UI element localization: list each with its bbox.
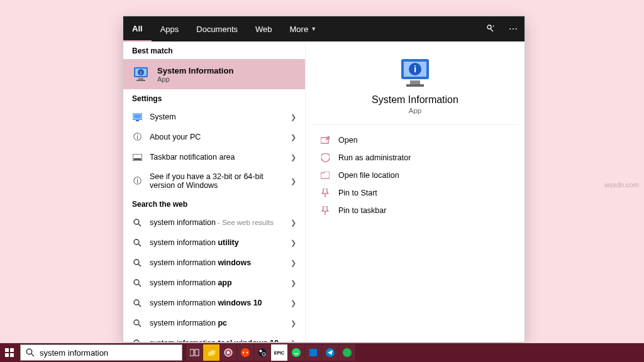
svg-text:i: i	[414, 63, 416, 74]
app-icon[interactable]	[220, 344, 236, 361]
chevron-right-icon: ❯	[291, 113, 296, 121]
app-icon[interactable]: EPIC	[271, 344, 287, 361]
web-item[interactable]: system information pc ❯	[123, 313, 305, 333]
system-information-icon: i	[132, 65, 150, 83]
section-settings: Settings	[123, 89, 305, 107]
action-list: Open Run as administrator Open file loca…	[312, 125, 518, 226]
search-icon	[132, 278, 142, 288]
display-icon	[132, 112, 142, 122]
svg-point-17	[134, 300, 139, 305]
app-icon[interactable]	[305, 344, 321, 361]
chevron-right-icon: ❯	[291, 177, 296, 185]
svg-point-38	[241, 348, 250, 357]
chevron-right-icon: ❯	[291, 279, 296, 287]
results-list: Best match i System Information App Sett…	[123, 41, 306, 342]
search-icon	[132, 338, 142, 342]
start-button[interactable]	[0, 343, 19, 362]
taskbar-search-box[interactable]	[20, 344, 182, 361]
svg-rect-9	[133, 114, 141, 118]
taskbar-pinned-apps: 📁 EPIC	[186, 344, 355, 361]
tab-apps[interactable]: Apps	[152, 16, 188, 41]
app-icon[interactable]	[288, 344, 304, 361]
tab-documents[interactable]: Documents	[187, 16, 247, 41]
tab-all[interactable]: All	[123, 16, 152, 41]
svg-rect-28	[10, 348, 14, 352]
svg-rect-32	[190, 349, 194, 356]
svg-point-13	[134, 219, 139, 224]
section-best-match: Best match	[123, 41, 305, 59]
tab-web[interactable]: Web	[247, 16, 281, 41]
svg-point-37	[227, 351, 230, 354]
svg-rect-33	[195, 349, 199, 356]
chevron-right-icon: ❯	[291, 153, 296, 162]
settings-item-about[interactable]: ⓘ About your PC ❯	[123, 127, 305, 147]
action-run-admin[interactable]: Run as administrator	[314, 149, 516, 167]
web-item[interactable]: system information windows 10 ❯	[123, 293, 305, 313]
chevron-right-icon: ❯	[291, 339, 296, 343]
svg-rect-27	[5, 348, 9, 352]
app-icon[interactable]	[339, 344, 355, 361]
settings-item-system[interactable]: System ❯	[123, 107, 305, 127]
web-item[interactable]: system information - See web results ❯	[123, 212, 305, 233]
svg-rect-29	[5, 353, 9, 357]
action-pin-taskbar[interactable]: Pin to taskbar	[314, 202, 516, 219]
search-results-panel: All Apps Documents Web More▼ ⋯ Best matc…	[123, 16, 525, 343]
search-icon	[132, 238, 142, 248]
web-item[interactable]: system information tool windows 10 ❯	[123, 333, 305, 342]
search-icon	[132, 318, 142, 328]
search-icon	[132, 258, 142, 268]
svg-point-19	[134, 340, 139, 343]
settings-item-taskbar-area[interactable]: Taskbar notification area ❯	[123, 147, 305, 167]
svg-rect-30	[10, 353, 14, 357]
svg-rect-25	[406, 84, 424, 87]
chevron-right-icon: ❯	[291, 299, 296, 307]
feedback-icon[interactable]	[479, 16, 502, 41]
search-icon	[132, 217, 142, 228]
search-icon	[26, 348, 35, 357]
more-options-icon[interactable]: ⋯	[502, 16, 525, 41]
svg-rect-12	[133, 158, 141, 160]
web-item[interactable]: system information utility ❯	[123, 233, 305, 253]
svg-point-16	[134, 280, 139, 285]
info-icon: ⓘ	[132, 176, 142, 186]
section-web: Search the web	[123, 195, 305, 212]
best-match-title: System Information	[157, 66, 233, 75]
info-icon: ⓘ	[132, 132, 142, 142]
svg-rect-45	[309, 349, 317, 356]
svg-point-40	[247, 352, 248, 353]
tab-more[interactable]: More▼	[281, 16, 326, 41]
chevron-right-icon: ❯	[291, 239, 296, 247]
app-icon[interactable]	[254, 344, 270, 361]
app-icon[interactable]: 📁	[203, 344, 219, 361]
task-view-icon[interactable]	[186, 344, 203, 361]
taskbar: 📁 EPIC	[0, 343, 644, 362]
settings-item-32-64-bit[interactable]: ⓘ See if you have a 32-bit or 64-bit ver…	[123, 167, 305, 195]
action-pin-start[interactable]: Pin to Start	[314, 184, 516, 202]
detail-pane: i System Information App Open Run as adm…	[306, 41, 525, 342]
best-match-item[interactable]: i System Information App	[123, 59, 305, 89]
web-item[interactable]: system information windows ❯	[123, 253, 305, 273]
svg-point-31	[26, 349, 31, 354]
svg-point-0	[487, 25, 491, 29]
system-information-icon: i	[397, 55, 433, 90]
svg-point-39	[243, 352, 244, 353]
search-input[interactable]	[40, 348, 177, 358]
svg-point-42	[260, 350, 262, 353]
app-icon[interactable]	[237, 344, 253, 361]
detail-subtitle: App	[312, 107, 518, 114]
svg-rect-7	[136, 80, 145, 81]
action-open-location[interactable]: Open file location	[314, 167, 516, 184]
svg-point-44	[292, 348, 301, 357]
web-item[interactable]: system information app ❯	[123, 273, 305, 293]
svg-rect-6	[138, 78, 143, 80]
svg-point-14	[134, 239, 139, 244]
svg-rect-10	[136, 120, 139, 121]
open-icon	[319, 136, 331, 144]
svg-point-1	[493, 26, 494, 27]
detail-title: System Information	[312, 94, 518, 106]
chevron-right-icon: ❯	[291, 133, 296, 141]
pin-icon	[319, 206, 331, 215]
svg-point-18	[134, 320, 139, 325]
app-icon[interactable]	[322, 344, 338, 361]
action-open[interactable]: Open	[314, 131, 516, 149]
